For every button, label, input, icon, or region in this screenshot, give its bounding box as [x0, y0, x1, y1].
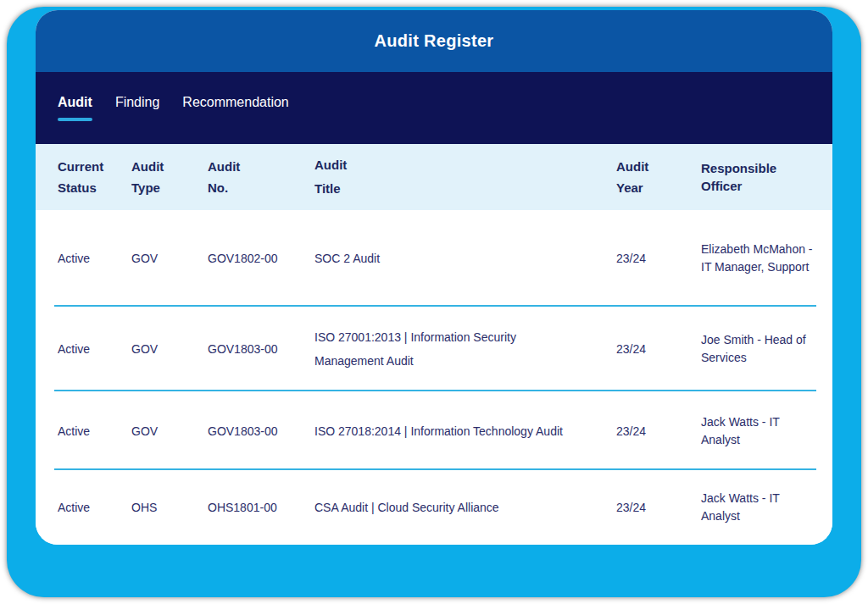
cell-audit-no: GOV1803-00 [208, 424, 314, 438]
cell-audit-year: 23/24 [616, 424, 701, 438]
cell-audit-no: GOV1802-00 [208, 252, 314, 265]
cell-current-status: Active [58, 252, 131, 265]
cell-audit-type: OHS [131, 501, 208, 514]
tab-finding[interactable]: Finding [115, 95, 159, 121]
cell-audit-type: GOV [131, 252, 208, 265]
table-row[interactable]: Active OHS OHS1801-00 CSA Audit | Cloud … [36, 470, 832, 545]
tab-audit[interactable]: Audit [58, 95, 92, 121]
column-header-audit-no: Audit No. [208, 156, 314, 198]
cell-audit-year: 23/24 [616, 252, 701, 265]
title-bar: Audit Register [36, 10, 832, 72]
cell-responsible-officer: Elizabeth McMahon - IT Manager, Support [701, 241, 815, 276]
cell-audit-no: OHS1801-00 [208, 501, 314, 514]
cell-audit-title: CSA Audit | Cloud Security Alliance [314, 496, 616, 519]
tab-audit-label: Audit [58, 95, 92, 110]
cell-audit-title: ISO 27018:2014 | Information Technology … [314, 419, 616, 443]
tab-recommendation[interactable]: Recommendation [182, 95, 288, 121]
cell-current-status: Active [58, 342, 131, 356]
cell-current-status: Active [58, 501, 131, 514]
column-header-audit-type: Audit Type [131, 156, 208, 198]
cell-current-status: Active [58, 424, 131, 438]
column-header-audit-year: Audit Year [616, 156, 701, 198]
cell-audit-year: 23/24 [616, 501, 701, 514]
column-header-current-status: Current Status [58, 156, 131, 198]
active-tab-underline [58, 118, 92, 121]
audit-table-body: Active GOV GOV1802-00 SOC 2 Audit 23/24 … [36, 210, 832, 545]
column-header-audit-title: Audit Title [314, 153, 616, 201]
page-title: Audit Register [375, 31, 494, 51]
cell-responsible-officer: Joe Smith - Head of Services [701, 331, 815, 367]
cell-audit-title: ISO 27001:2013 | Information Security Ma… [314, 325, 616, 373]
table-header-row: Current Status Audit Type Audit No. Audi… [36, 144, 832, 210]
tab-bar: Audit Finding Recommendation [36, 72, 832, 144]
column-header-responsible-officer: Responsible Officer [701, 159, 815, 195]
table-row[interactable]: Active GOV GOV1803-00 ISO 27018:2014 | I… [36, 391, 832, 470]
table-row[interactable]: Active GOV GOV1803-00 ISO 27001:2013 | I… [36, 307, 832, 391]
cell-audit-year: 23/24 [616, 342, 701, 356]
table-row[interactable]: Active GOV GOV1802-00 SOC 2 Audit 23/24 … [36, 210, 832, 307]
tab-finding-label: Finding [115, 95, 159, 110]
cell-audit-no: GOV1803-00 [208, 342, 314, 356]
cell-audit-type: GOV [131, 424, 208, 438]
cell-audit-type: GOV [131, 342, 208, 356]
cell-responsible-officer: Jack Watts - IT Analyst [701, 490, 815, 525]
app-frame: Audit Register Audit Finding Recommendat… [7, 7, 861, 597]
cell-audit-title: SOC 2 Audit [314, 247, 616, 270]
audit-register-card: Audit Register Audit Finding Recommendat… [36, 10, 832, 545]
cell-responsible-officer: Jack Watts - IT Analyst [701, 413, 815, 449]
tab-recommendation-label: Recommendation [182, 95, 288, 110]
